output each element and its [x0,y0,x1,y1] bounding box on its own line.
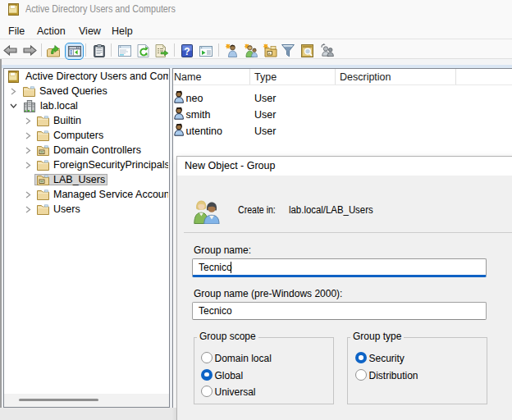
svg-text:?: ? [184,46,190,57]
